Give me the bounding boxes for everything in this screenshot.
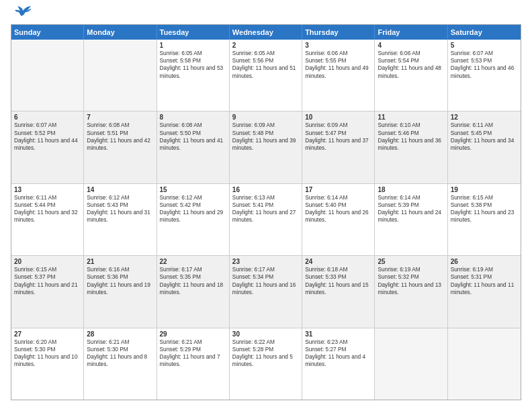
sunrise-text: Sunrise: 6:09 AM xyxy=(232,122,299,129)
daylight-text: Daylight: 11 hours and 29 minutes. xyxy=(160,209,226,224)
sunrise-text: Sunrise: 6:14 AM xyxy=(378,194,444,201)
daylight-text: Daylight: 11 hours and 5 minutes. xyxy=(232,353,299,368)
sunrise-text: Sunrise: 6:15 AM xyxy=(451,194,518,201)
header-day-saturday: Saturday xyxy=(448,25,521,40)
logo-text-block xyxy=(11,11,32,17)
sunrise-text: Sunrise: 6:15 AM xyxy=(14,266,81,273)
day-number: 9 xyxy=(232,113,299,121)
sunset-text: Sunset: 5:37 PM xyxy=(14,273,81,281)
sunset-text: Sunset: 5:27 PM xyxy=(305,346,371,353)
sunset-text: Sunset: 5:51 PM xyxy=(87,130,153,137)
daylight-text: Daylight: 11 hours and 15 minutes. xyxy=(305,281,371,296)
sunset-text: Sunset: 5:38 PM xyxy=(451,201,518,209)
day-number: 2 xyxy=(232,42,299,49)
day-number: 15 xyxy=(160,186,226,193)
calendar-cell: 1Sunrise: 6:05 AMSunset: 5:58 PMDaylight… xyxy=(157,40,230,111)
sunrise-text: Sunrise: 6:19 AM xyxy=(451,266,518,273)
sunrise-text: Sunrise: 6:21 AM xyxy=(160,338,226,346)
day-number: 5 xyxy=(451,42,518,49)
logo-bird-icon xyxy=(13,5,32,17)
calendar-cell: 4Sunrise: 6:06 AMSunset: 5:54 PMDaylight… xyxy=(375,40,447,111)
sunrise-text: Sunrise: 6:19 AM xyxy=(378,266,444,273)
calendar: SundayMondayTuesdayWednesdayThursdayFrid… xyxy=(11,24,521,400)
sunrise-text: Sunrise: 6:08 AM xyxy=(87,122,153,129)
daylight-text: Daylight: 11 hours and 27 minutes. xyxy=(232,209,299,224)
sunset-text: Sunset: 5:28 PM xyxy=(232,346,299,353)
sunrise-text: Sunrise: 6:12 AM xyxy=(160,194,226,201)
day-number: 18 xyxy=(378,186,444,193)
calendar-cell: 8Sunrise: 6:08 AMSunset: 5:50 PMDaylight… xyxy=(157,111,230,183)
day-number: 11 xyxy=(378,113,444,121)
calendar-cell xyxy=(375,328,447,400)
daylight-text: Daylight: 11 hours and 4 minutes. xyxy=(305,353,371,368)
day-number: 24 xyxy=(305,258,371,265)
sunrise-text: Sunrise: 6:17 AM xyxy=(232,266,299,273)
sunrise-text: Sunrise: 6:06 AM xyxy=(305,50,371,57)
sunrise-text: Sunrise: 6:09 AM xyxy=(305,122,371,129)
calendar-cell: 29Sunrise: 6:21 AMSunset: 5:29 PMDayligh… xyxy=(157,328,230,400)
calendar-cell: 15Sunrise: 6:12 AMSunset: 5:42 PMDayligh… xyxy=(157,184,230,255)
day-number: 21 xyxy=(87,258,153,265)
daylight-text: Daylight: 11 hours and 19 minutes. xyxy=(87,281,153,296)
calendar-cell: 27Sunrise: 6:20 AMSunset: 5:30 PMDayligh… xyxy=(11,328,84,400)
sunrise-text: Sunrise: 6:20 AM xyxy=(14,338,81,346)
header-day-thursday: Thursday xyxy=(302,25,375,40)
day-number: 16 xyxy=(232,186,299,193)
sunset-text: Sunset: 5:53 PM xyxy=(451,57,518,64)
calendar-cell: 30Sunrise: 6:22 AMSunset: 5:28 PMDayligh… xyxy=(230,328,302,400)
header-day-sunday: Sunday xyxy=(11,25,84,40)
sunset-text: Sunset: 5:29 PM xyxy=(160,346,226,353)
sunrise-text: Sunrise: 6:14 AM xyxy=(305,194,371,201)
page: SundayMondayTuesdayWednesdayThursdayFrid… xyxy=(0,0,532,411)
sunrise-text: Sunrise: 6:16 AM xyxy=(87,266,153,273)
calendar-cell: 13Sunrise: 6:11 AMSunset: 5:44 PMDayligh… xyxy=(11,184,84,255)
sunrise-text: Sunrise: 6:21 AM xyxy=(87,338,153,346)
daylight-text: Daylight: 11 hours and 10 minutes. xyxy=(14,353,81,368)
daylight-text: Daylight: 11 hours and 24 minutes. xyxy=(378,209,444,224)
calendar-cell: 18Sunrise: 6:14 AMSunset: 5:39 PMDayligh… xyxy=(375,184,447,255)
day-number: 17 xyxy=(305,186,371,193)
daylight-text: Daylight: 11 hours and 34 minutes. xyxy=(451,137,518,152)
calendar-cell: 17Sunrise: 6:14 AMSunset: 5:40 PMDayligh… xyxy=(302,184,375,255)
calendar-row-1: 6Sunrise: 6:07 AMSunset: 5:52 PMDaylight… xyxy=(11,111,521,183)
calendar-cell xyxy=(84,40,157,111)
sunset-text: Sunset: 5:41 PM xyxy=(232,201,299,209)
sunset-text: Sunset: 5:48 PM xyxy=(232,130,299,137)
daylight-text: Daylight: 11 hours and 18 minutes. xyxy=(160,281,226,296)
sunset-text: Sunset: 5:47 PM xyxy=(305,130,371,137)
sunrise-text: Sunrise: 6:07 AM xyxy=(451,50,518,57)
day-number: 29 xyxy=(160,330,226,338)
day-number: 26 xyxy=(451,258,518,265)
sunrise-text: Sunrise: 6:05 AM xyxy=(232,50,299,57)
day-number: 27 xyxy=(14,330,81,338)
sunset-text: Sunset: 5:50 PM xyxy=(160,130,226,137)
sunset-text: Sunset: 5:35 PM xyxy=(160,273,226,281)
calendar-cell xyxy=(448,328,521,400)
daylight-text: Daylight: 11 hours and 41 minutes. xyxy=(160,137,226,152)
day-number: 22 xyxy=(160,258,226,265)
sunset-text: Sunset: 5:56 PM xyxy=(232,57,299,64)
sunset-text: Sunset: 5:44 PM xyxy=(14,201,81,209)
day-number: 3 xyxy=(305,42,371,49)
daylight-text: Daylight: 11 hours and 21 minutes. xyxy=(14,281,81,296)
day-number: 14 xyxy=(87,186,153,193)
sunrise-text: Sunrise: 6:07 AM xyxy=(14,122,81,129)
sunrise-text: Sunrise: 6:13 AM xyxy=(232,194,299,201)
calendar-cell: 5Sunrise: 6:07 AMSunset: 5:53 PMDaylight… xyxy=(448,40,521,111)
daylight-text: Daylight: 11 hours and 7 minutes. xyxy=(160,353,226,368)
sunrise-text: Sunrise: 6:18 AM xyxy=(305,266,371,273)
daylight-text: Daylight: 11 hours and 51 minutes. xyxy=(232,64,299,79)
logo xyxy=(11,11,32,17)
header xyxy=(11,11,521,17)
calendar-cell xyxy=(11,40,84,111)
calendar-cell: 16Sunrise: 6:13 AMSunset: 5:41 PMDayligh… xyxy=(230,184,302,255)
day-number: 19 xyxy=(451,186,518,193)
day-number: 25 xyxy=(378,258,444,265)
sunset-text: Sunset: 5:45 PM xyxy=(451,130,518,137)
daylight-text: Daylight: 11 hours and 26 minutes. xyxy=(305,209,371,224)
sunrise-text: Sunrise: 6:11 AM xyxy=(14,194,81,201)
sunrise-text: Sunrise: 6:06 AM xyxy=(378,50,444,57)
calendar-cell: 22Sunrise: 6:17 AMSunset: 5:35 PMDayligh… xyxy=(157,256,230,327)
day-number: 10 xyxy=(305,113,371,121)
sunrise-text: Sunrise: 6:12 AM xyxy=(87,194,153,201)
